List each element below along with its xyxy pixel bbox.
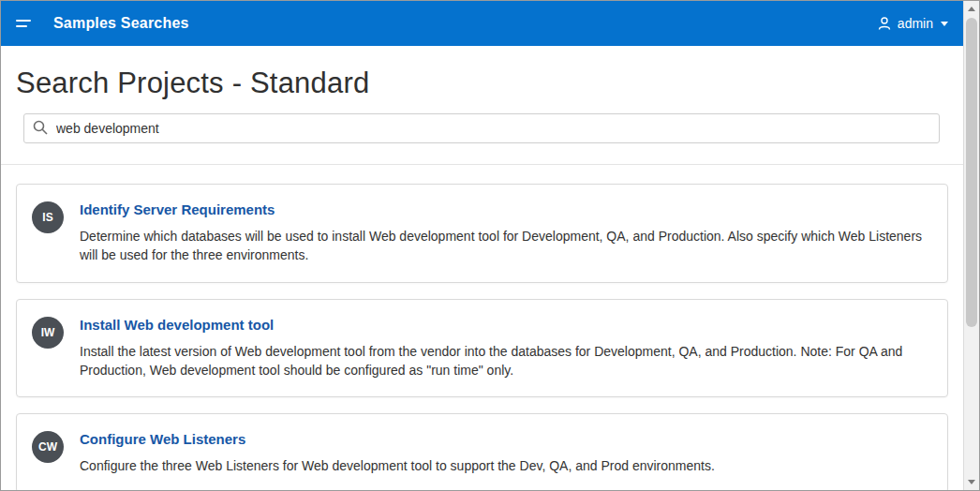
result-card-body: Configure Web Listeners Configure the th… [80,429,928,475]
result-card: CW Configure Web Listeners Configure the… [16,413,948,490]
avatar: CW [32,431,64,463]
page-content: Search Projects - Standard IS Identify S… [1,46,963,490]
avatar: IW [32,317,64,349]
result-card: IW Install Web development tool Install … [16,299,948,398]
app-window: Samples Searches admin Search Projects -… [1,1,963,490]
result-description: Determine which databases will be used t… [80,227,928,265]
scrollbar-down-arrow[interactable] [964,474,979,490]
vertical-scrollbar[interactable] [963,1,979,490]
search-input[interactable] [23,113,940,143]
search-results-list: IS Identify Server Requirements Determin… [1,165,963,490]
result-title-link[interactable]: Configure Web Listeners [80,431,245,447]
scrollbar-up-arrow[interactable] [964,1,979,17]
result-card-body: Install Web development tool Install the… [80,315,928,380]
search-box [23,113,940,143]
user-name-label: admin [898,16,933,31]
result-card-body: Identify Server Requirements Determine w… [80,200,928,265]
app-title: Samples Searches [53,15,189,32]
result-card: IS Identify Server Requirements Determin… [16,184,948,283]
scrollbar-thumb[interactable] [966,18,977,327]
hamburger-menu-icon[interactable] [16,8,46,38]
user-icon [877,16,892,31]
search-icon [32,119,49,136]
result-description: Configure the three Web Listeners for We… [80,456,928,475]
result-title-link[interactable]: Install Web development tool [80,317,274,333]
chevron-down-icon [941,22,948,26]
search-region [1,100,963,143]
page-header: Search Projects - Standard [1,46,963,100]
result-title-link[interactable]: Identify Server Requirements [80,201,275,217]
app-header: Samples Searches admin [1,1,963,46]
avatar: IS [32,201,64,233]
result-description: Install the latest version of Web develo… [80,342,928,380]
user-menu-button[interactable]: admin [877,16,948,31]
page-title: Search Projects - Standard [16,67,948,100]
